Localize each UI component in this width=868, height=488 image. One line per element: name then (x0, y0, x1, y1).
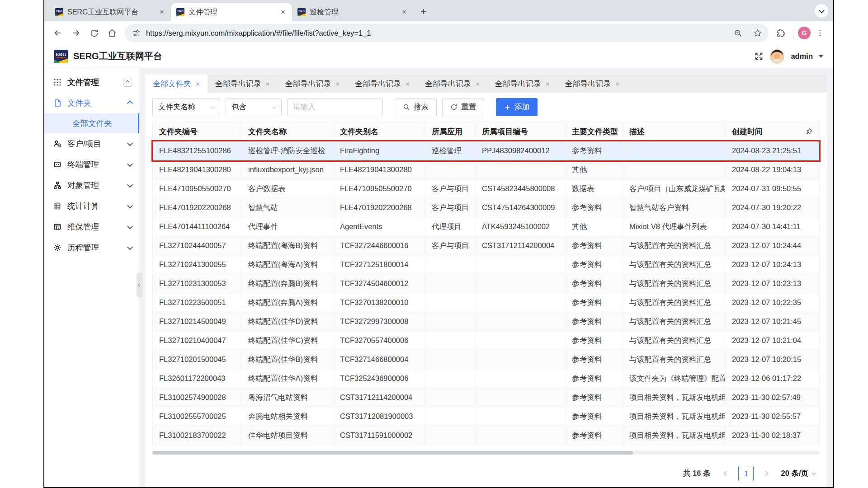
sidebar-item-7[interactable]: 历程管理 (44, 237, 139, 258)
sidebar-item-5[interactable]: 统计计算 (44, 196, 139, 216)
sidebar-collapse-handle[interactable] (137, 272, 143, 298)
browser-tab-3[interactable]: ERG巡检管理× (292, 3, 413, 21)
table-row-7[interactable]: FL32710241300055终端配置(粤海A)资料TCF3271251800… (153, 255, 819, 274)
filter-keyword-input[interactable]: 请输入 (287, 98, 383, 116)
tab-close-icon[interactable]: × (157, 8, 166, 17)
user-menu-caret-icon[interactable] (819, 55, 823, 58)
column-header-6: 主要文件类型 (566, 122, 623, 141)
table-row-6[interactable]: FL32710244400057终端配置(粤海B)资料TCF3272446600… (153, 236, 819, 255)
tab-close-icon[interactable]: × (476, 80, 480, 88)
filter-operator-select[interactable]: 包含 (226, 98, 282, 116)
table-row-10[interactable]: FL32710214500049终端配置(佳华D)资料TCF3272997300… (153, 312, 819, 331)
tab-close-icon[interactable]: × (406, 80, 410, 88)
table-row-2[interactable]: FLE48219041300280influxdbexport_kyj.json… (153, 160, 819, 179)
workspace-tab-6[interactable]: 全部导出记录× (487, 75, 557, 93)
cell-文件夹别名: CST31712114200004 (334, 388, 425, 407)
new-tab-button[interactable]: + (417, 5, 430, 19)
logged-in-user[interactable]: admin (791, 52, 813, 61)
cell-文件夹编号: FL32710223500051 (153, 293, 242, 312)
scrollbar-thumb[interactable] (152, 451, 633, 455)
workspace-tab-3[interactable]: 全部导出记录× (278, 75, 348, 93)
sidebar-item-1[interactable]: 文件夹 (44, 93, 139, 113)
forward-button[interactable] (68, 25, 84, 41)
filter-field-select[interactable]: 文件夹名称 (152, 98, 220, 116)
tab-close-icon[interactable]: × (616, 80, 620, 88)
cell-描述: 智慧气站客户资料 (623, 198, 726, 217)
table-row-16[interactable]: FL31002183700022佳华电站项目资料CST3171159100000… (153, 426, 819, 445)
tab-search-button[interactable] (815, 4, 828, 18)
sidebar-subitem-all-folders[interactable]: 全部文件夹 (44, 113, 139, 133)
cell-所属应用: 代理项目 (425, 217, 476, 236)
page-size-value: 20 条/页 (781, 469, 808, 479)
browser-tab-1[interactable]: ERGSERG工业互联网平台× (50, 3, 171, 21)
column-header-5: 所属项目编号 (476, 122, 566, 141)
cell-文件夹名称: 奔腾电站相关资料 (242, 407, 334, 426)
browser-menu-button[interactable] (812, 25, 828, 41)
tab-close-icon[interactable]: × (278, 8, 288, 17)
cell-所属项目编号 (476, 312, 566, 331)
tab-close-icon[interactable]: × (546, 80, 550, 88)
add-button[interactable]: 添加 (496, 98, 538, 116)
column-header-1: 文件夹编号 (153, 122, 242, 141)
workspace-tab-4[interactable]: 全部导出记录× (347, 75, 417, 93)
search-button[interactable]: 搜索 (395, 98, 437, 116)
workspace-tab-7[interactable]: 全部导出记录× (557, 75, 627, 93)
table-row-13[interactable]: FL32601172200043终端配置(佳华A)资料TCF3252436900… (153, 369, 819, 388)
sidebar-item-2[interactable]: 客户/项目 (44, 133, 139, 154)
reload-button[interactable] (86, 25, 102, 41)
sidebar-item-file-management[interactable]: 文件管理 (44, 72, 139, 93)
table-row-11[interactable]: FL32710210400047终端配置(佳华C)资料TCF3270557400… (153, 331, 819, 350)
cell-描述: 该文件夹为《终端管理》配置项 (623, 369, 726, 388)
next-page-button[interactable] (758, 466, 774, 481)
fullscreen-icon[interactable] (754, 52, 764, 61)
user-avatar[interactable] (769, 49, 785, 64)
table-row-4[interactable]: FLE47019202200268智慧气站FLE47019202200268客户… (153, 198, 819, 217)
table-row-9[interactable]: FL32710223500051终端配置(奔腾A)资料TCF3270138200… (153, 293, 819, 312)
table-row-15[interactable]: FL31002555700025奔腾电站相关资料CST3171208190000… (153, 407, 819, 426)
table-row-14[interactable]: FL31002574900028粤海沼气电站资料CST3171211420000… (153, 388, 819, 407)
cell-主要文件类型: 参考资料 (566, 426, 623, 445)
page-size-select[interactable]: 20 条/页 (781, 469, 815, 479)
tab-close-icon[interactable]: × (400, 8, 409, 17)
cell-主要文件类型: 参考资料 (566, 198, 623, 217)
tab-close-icon[interactable]: × (336, 80, 340, 88)
table-row-1[interactable]: FLE48321255100286巡检管理-消防安全巡检FireFighting… (153, 141, 819, 160)
cell-所属应用 (425, 407, 476, 426)
tab-close-icon[interactable]: × (196, 80, 200, 88)
home-button[interactable] (104, 25, 120, 41)
chevron-down-icon (812, 471, 816, 474)
url-text[interactable]: https://serg.mixyun.com/mixapplication/#… (146, 29, 725, 38)
reset-button[interactable]: 重置 (442, 98, 484, 116)
table-row-12[interactable]: FL32710201500045终端配置(佳华B)资料TCF3271466800… (153, 350, 819, 369)
sidebar-item-4[interactable]: 对象管理 (44, 175, 139, 196)
tab-close-icon[interactable]: × (266, 80, 270, 88)
site-info-icon[interactable] (132, 29, 141, 38)
table-row-3[interactable]: FLE47109505500270客户数据表FLE47109505500270客… (153, 179, 819, 198)
prev-page-button[interactable] (718, 466, 734, 481)
table-row-8[interactable]: FL32710231300053终端配置(奔腾B)资料TCF3274504600… (153, 274, 819, 293)
cell-所属应用 (425, 331, 476, 350)
sidebar-item-3[interactable]: 终端管理 (44, 154, 139, 175)
workspace-tab-5[interactable]: 全部导出记录× (417, 75, 487, 93)
app-header: ERG SERG工业互联网平台 admin (44, 45, 833, 68)
browser-profile-avatar[interactable]: G (798, 27, 811, 39)
workspace-tab-2[interactable]: 全部导出记录× (208, 75, 278, 93)
workspace: 全部文件夹×全部导出记录×全部导出记录×全部导出记录×全部导出记录×全部导出记录… (140, 68, 833, 487)
panel-toggle-button[interactable] (123, 78, 132, 87)
back-button[interactable] (50, 25, 66, 41)
bookmark-button[interactable] (750, 26, 765, 40)
svg-text:ERG: ERG (298, 9, 305, 13)
app-grid-icon (53, 78, 61, 86)
horizontal-scrollbar[interactable] (152, 451, 820, 455)
address-bar[interactable]: https://serg.mixyun.com/mixapplication/#… (125, 24, 769, 42)
extensions-button[interactable] (773, 25, 788, 41)
workspace-tab-1[interactable]: 全部文件夹× (145, 75, 208, 93)
sidebar-item-6[interactable]: 维保管理 (44, 216, 139, 237)
current-page-button[interactable]: 1 (738, 466, 754, 481)
cell-创建时间: 2023-12-07 10:24:13 (726, 255, 819, 274)
browser-tab-2[interactable]: ERG文件管理× (171, 3, 292, 21)
table-row-5[interactable]: FLE47014411100264代理事件AgentEvents代理项目ATK4… (153, 217, 819, 236)
pin-column-icon[interactable] (806, 128, 813, 135)
terminal-icon (53, 160, 61, 169)
zoom-page-button[interactable] (731, 26, 745, 40)
